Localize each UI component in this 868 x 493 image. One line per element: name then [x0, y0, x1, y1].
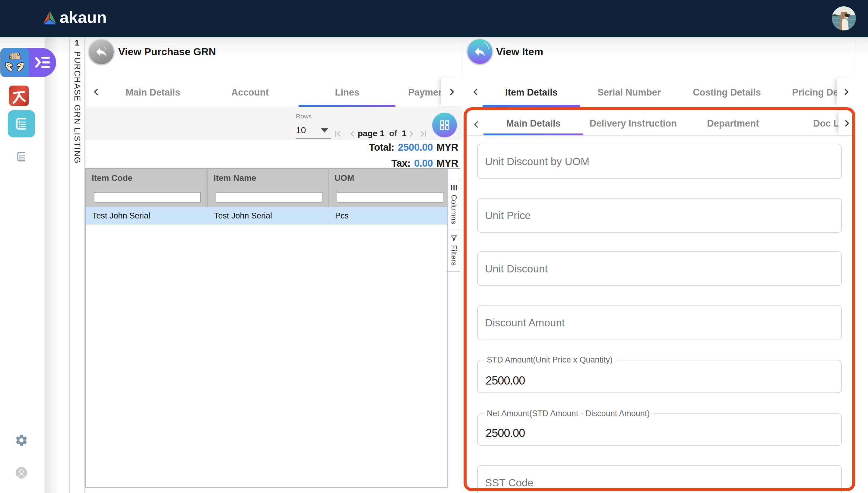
page-word: page: [358, 129, 377, 138]
column-header-uom[interactable]: UOM: [328, 169, 447, 187]
hands-holding-box-icon: [4, 51, 25, 74]
rows-per-page-select[interactable]: 10: [296, 125, 306, 135]
left-panel-title: View Purchase GRN: [118, 46, 216, 58]
discount-amount-field[interactable]: Discount Amount: [477, 305, 842, 340]
tab-costing-details[interactable]: Costing Details: [678, 79, 776, 106]
page-total: 1: [402, 129, 407, 138]
sub-tab-doc-link[interactable]: Doc Link: [783, 112, 839, 135]
filters-tool-label: Filters: [450, 245, 458, 266]
indent-expand-icon: [35, 56, 50, 69]
net-amount-field[interactable]: Net Amount(STD Amount - Discount Amount)…: [477, 413, 842, 446]
sidebar-item-purchase-grn-app[interactable]: [0, 48, 29, 77]
rows-dropdown-caret-icon[interactable]: [321, 128, 328, 133]
filters-tool-button[interactable]: Filters: [448, 230, 460, 272]
tax-label: Tax:: [391, 157, 411, 169]
lines-table: Item Code Item Name UOM Test John Serial…: [85, 168, 448, 488]
tabs-scroll-right-button[interactable]: [441, 78, 462, 106]
document-list-icon: [15, 150, 28, 163]
columns-tool-label: Columns: [450, 195, 458, 224]
tab-lines[interactable]: Lines: [298, 79, 396, 106]
net-amount-label: Net Amount(STD Amount - Discount Amount): [484, 409, 653, 418]
total-value: 2500.00: [398, 142, 433, 153]
table-filter-row: [86, 187, 447, 207]
std-amount-value: 2500.00: [485, 374, 525, 387]
sidebar-item-listing-app[interactable]: [8, 110, 35, 137]
next-page-icon[interactable]: [407, 129, 416, 138]
columns-tool-button[interactable]: Columns: [448, 179, 460, 230]
gear-icon: [15, 433, 28, 447]
tab-item-details[interactable]: Item Details: [482, 79, 580, 106]
table-row[interactable]: Test John Serial Test John Serial Pcs: [86, 207, 447, 224]
tabs-scroll-left-icon[interactable]: [92, 87, 101, 97]
unit-discount-by-uom-field[interactable]: Unit Discount by UOM: [477, 144, 842, 179]
item-tabs-scroll-left-icon[interactable]: [471, 87, 480, 97]
tab-account[interactable]: Account: [202, 79, 298, 106]
unit-discount-by-uom-label: Unit Discount by UOM: [485, 144, 589, 178]
right-panel-title: View Item: [496, 46, 543, 58]
tab-pricing-details[interactable]: Pricing Details: [776, 79, 839, 106]
sidebar-item-pdf-app[interactable]: [9, 86, 29, 106]
filter-input-item-name[interactable]: [216, 192, 323, 202]
rows-per-page-label: Rows: [296, 113, 312, 120]
chevron-right-icon: [447, 87, 456, 97]
discount-amount-label: Discount Amount: [485, 305, 565, 340]
sidebar-item-listing[interactable]: [15, 150, 28, 163]
chevron-right-icon: [842, 119, 851, 128]
unit-price-field[interactable]: Unit Price: [477, 198, 842, 233]
shine-arc-icon: [483, 42, 490, 49]
cell-item-code: Test John Serial: [86, 207, 207, 224]
sub-tabs-scroll-left-icon[interactable]: [472, 120, 481, 129]
previous-page-icon[interactable]: [348, 129, 357, 138]
page-current: 1: [380, 129, 385, 138]
back-arrow-icon: [95, 45, 108, 59]
sub-tab-main-details[interactable]: Main Details: [483, 112, 583, 135]
column-header-item-name[interactable]: Item Name: [207, 169, 328, 187]
back-button-right-panel[interactable]: [468, 39, 492, 64]
listing-tab-purchase-grn[interactable]: PURCHASE GRN LISTING: [69, 51, 84, 181]
tab-main-details[interactable]: Main Details: [104, 79, 202, 106]
sst-code-field[interactable]: SST Code: [477, 465, 842, 493]
filters-funnel-icon: [450, 234, 458, 242]
unit-discount-label: Unit Discount: [485, 252, 548, 285]
filter-input-item-code[interactable]: [94, 192, 201, 202]
tax-currency: MYR: [436, 157, 458, 169]
filter-input-uom[interactable]: [337, 192, 443, 202]
last-page-icon[interactable]: [419, 129, 428, 138]
listing-tab-index: 1: [69, 38, 84, 48]
net-amount-value: 2500.00: [485, 427, 525, 440]
total-label: Total:: [369, 142, 394, 153]
std-amount-field[interactable]: STD Amount(Unit Price x Quantity) 2500.0…: [477, 360, 842, 393]
side-tools-spacer: [448, 169, 460, 179]
sub-tabs-scroll-right-button[interactable]: [839, 111, 855, 135]
tab-serial-number[interactable]: Serial Number: [580, 79, 678, 106]
cell-item-name: Test John Serial: [207, 207, 328, 224]
std-amount-label: STD Amount(Unit Price x Quantity): [484, 355, 616, 365]
unit-discount-field[interactable]: Unit Discount: [477, 251, 842, 286]
sub-tab-department[interactable]: Department: [683, 112, 783, 135]
tax-value: 0.00: [414, 157, 433, 169]
top-app-bar: akaun: [0, 0, 868, 37]
back-button-left-panel[interactable]: [89, 40, 114, 64]
settings-button[interactable]: [15, 433, 28, 447]
item-tabs-scroll-right-button[interactable]: [836, 78, 856, 106]
item-sub-tabs: Main Details Delivery Instruction Depart…: [483, 112, 839, 135]
total-amount-line: Total:2500.00MYR: [211, 142, 458, 153]
brand-wordmark: akaun: [60, 8, 107, 26]
brand-triangle-logo-icon: [42, 9, 58, 26]
tab-payment-details[interactable]: Payment Details: [396, 79, 441, 106]
first-page-icon[interactable]: [333, 129, 343, 138]
page-indicator: page 1 of 1: [358, 129, 407, 138]
user-avatar[interactable]: [832, 6, 856, 30]
sst-code-label: SST Code: [485, 466, 534, 493]
active-tab-indicator: [298, 105, 395, 107]
of-word: of: [389, 129, 397, 138]
profile-button[interactable]: [15, 467, 28, 479]
cell-uom: Pcs: [328, 207, 447, 224]
columns-icon: [450, 184, 458, 192]
sub-tab-delivery-instruction[interactable]: Delivery Instruction: [583, 112, 683, 135]
tax-amount-line: Tax:0.00MYR: [211, 157, 458, 169]
active-item-tab-indicator: [482, 105, 580, 107]
column-header-item-code[interactable]: Item Code: [86, 169, 207, 187]
grid-view-button[interactable]: [432, 113, 457, 137]
grid-view-icon: [438, 119, 451, 131]
